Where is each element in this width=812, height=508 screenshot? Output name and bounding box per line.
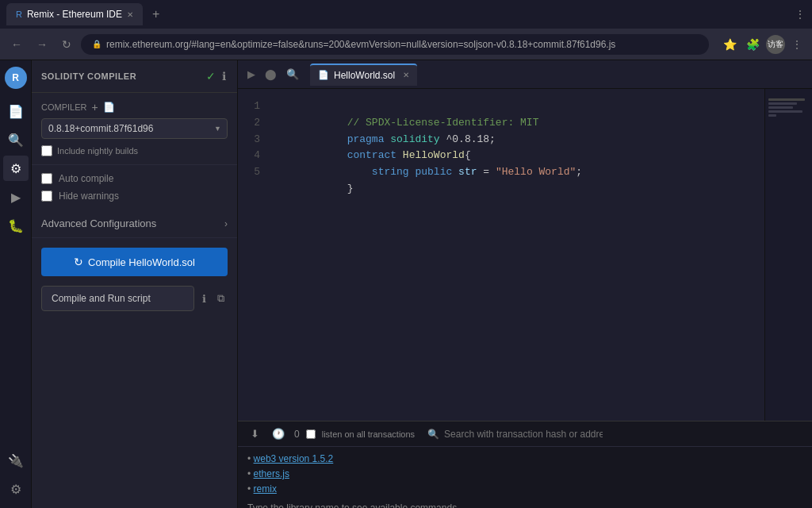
terminal-search: 🔍 [427, 429, 603, 440]
compile-run-script-button[interactable]: Compile and Run script [41, 286, 194, 311]
terminal-search-icon: 🔍 [427, 429, 439, 440]
url-bar[interactable]: 🔒 remix.ethereum.org/#lang=en&optimize=f… [81, 34, 709, 55]
nightly-label: Include nightly builds [57, 146, 138, 156]
back-button[interactable]: ← [6, 35, 27, 54]
code-line-1: // SPDX-License-Identifier: MIT [273, 98, 758, 115]
bookmark-icon[interactable]: ⭐ [720, 35, 740, 54]
profile-button[interactable]: 访客 [766, 35, 785, 54]
new-tab-button[interactable]: + [146, 7, 166, 21]
address-bar: ← → ↻ 🔒 remix.ethereum.org/#lang=en&opti… [0, 29, 812, 60]
run-nav-button[interactable]: ▶ [3, 184, 29, 210]
ethers-link[interactable]: ethers.js [254, 468, 289, 479]
terminal-ethers: • ethers.js [247, 467, 802, 482]
terminal-remix: • remix [247, 482, 802, 497]
main-content: R 📄 🔍 ⚙ ▶ 🐛 🔌 ⚙ SOLIDITY COMPILER ✓ ℹ CO… [0, 60, 812, 508]
zoom-in-button[interactable]: 🔍 [283, 65, 302, 83]
file-tab-helloworld[interactable]: 📄 HelloWorld.sol ✕ [310, 64, 417, 86]
terminal-toolbar: ⬇ 🕐 0 listen on all transactions 🔍 [238, 421, 812, 447]
terminal-content: • web3 version 1.5.2 • ethers.js • remix… [238, 447, 812, 508]
file-tab-close-icon[interactable]: ✕ [403, 71, 409, 79]
version-select[interactable]: 0.8.18+commit.87f61d96 [41, 118, 228, 139]
chevron-right-icon: › [224, 218, 228, 229]
nightly-checkbox[interactable] [41, 145, 52, 156]
file-tab-label: HelloWorld.sol [334, 70, 395, 81]
terminal-search-input[interactable] [444, 429, 603, 440]
url-text: remix.ethereum.org/#lang=en&optimize=fal… [106, 39, 615, 50]
panel-info-icon[interactable]: ℹ [220, 68, 228, 84]
compile-button[interactable]: ↻ Compile HelloWorld.sol [41, 248, 228, 276]
advanced-configurations-section[interactable]: Advanced Configurations › [32, 210, 237, 238]
plugin-nav-button[interactable]: 🔌 [3, 448, 29, 473]
browser-menu-icon[interactable]: ⋮ [788, 35, 806, 54]
hide-warnings-checkbox[interactable] [41, 190, 52, 202]
script-row: Compile and Run script ℹ ⧉ [41, 286, 228, 311]
terminal-count: 0 [294, 429, 300, 440]
extension-icon[interactable]: 🧩 [743, 35, 763, 54]
compiler-version-section: COMPILER + 📄 0.8.18+commit.87f61d96 Incl… [32, 93, 237, 165]
tab-bar: R Remix - Ethereum IDE ✕ + ⋮ [0, 0, 812, 29]
lock-icon: 🔒 [92, 40, 102, 48]
panel-header-icons: ✓ ℹ [205, 68, 228, 84]
advanced-label: Advanced Configurations [41, 217, 224, 229]
forward-button[interactable]: → [32, 35, 52, 54]
checkboxes-section: Auto compile Hide warnings [32, 165, 237, 210]
web3-link[interactable]: web3 version 1.5.2 [254, 453, 334, 464]
script-info-icon[interactable]: ℹ [199, 290, 209, 308]
auto-compile-label: Auto compile [59, 173, 113, 184]
code-content[interactable]: // SPDX-License-Identifier: MIT pragma s… [266, 89, 764, 421]
editor-tabs: ▶ ⬤ 🔍 📄 HelloWorld.sol ✕ [238, 60, 812, 89]
hide-warnings-row: Hide warnings [41, 190, 228, 202]
compile-button-label: Compile HelloWorld.sol [88, 256, 195, 268]
browser-actions: ⭐ 🧩 访客 ⋮ [720, 35, 806, 54]
listen-checkbox[interactable] [306, 429, 316, 439]
terminal-links: • web3 version 1.5.2 [247, 452, 802, 467]
active-tab[interactable]: R Remix - Ethereum IDE ✕ [6, 3, 143, 25]
terminal-hint: Type the library name to see available c… [247, 501, 802, 508]
files-nav-button[interactable]: 📄 [3, 98, 29, 124]
debug-nav-button[interactable]: 🐛 [3, 213, 29, 238]
compiler-panel: SOLIDITY COMPILER ✓ ℹ COMPILER + 📄 0.8.1… [32, 60, 238, 508]
compile-icon: ↻ [74, 256, 83, 268]
stop-tool-button[interactable]: ⬤ [262, 65, 280, 83]
version-select-wrapper: 0.8.18+commit.87f61d96 [41, 118, 228, 139]
compiler-nav-button[interactable]: ⚙ [3, 156, 29, 181]
nightly-builds-row: Include nightly builds [41, 145, 228, 156]
browser-chrome: R Remix - Ethereum IDE ✕ + ⋮ ← → ↻ 🔒 rem… [0, 0, 812, 60]
tab-favicon: R [16, 10, 22, 19]
compiler-file-button[interactable]: 📄 [103, 102, 115, 113]
tab-close-icon[interactable]: ✕ [127, 10, 133, 19]
panel-title: SOLIDITY COMPILER [41, 71, 198, 81]
auto-compile-checkbox[interactable] [41, 173, 52, 184]
terminal: ⬇ 🕐 0 listen on all transactions 🔍 • web… [238, 421, 812, 508]
add-compiler-button[interactable]: + [91, 101, 98, 114]
reload-button[interactable]: ↻ [57, 35, 76, 54]
editor-column: ▶ ⬤ 🔍 📄 HelloWorld.sol ✕ 1 2 3 4 5 [238, 60, 812, 508]
hide-warnings-label: Hide warnings [59, 190, 119, 202]
tab-menu-icon[interactable]: ⋮ [795, 8, 806, 21]
code-editor[interactable]: 1 2 3 4 5 // SPDX-License-Identifier: MI… [238, 89, 812, 421]
auto-compile-row: Auto compile [41, 173, 228, 184]
terminal-clock-button[interactable]: 🕐 [269, 426, 288, 441]
file-icon: 📄 [318, 70, 329, 80]
tab-title: Remix - Ethereum IDE [27, 9, 122, 20]
terminal-clear-button[interactable]: ⬇ [247, 426, 262, 441]
run-tool-button[interactable]: ▶ [244, 65, 259, 83]
section-label-compiler: COMPILER + 📄 [41, 101, 228, 114]
minimap [764, 89, 812, 421]
settings-nav-button[interactable]: ⚙ [3, 476, 29, 502]
listen-label: listen on all transactions [322, 429, 415, 439]
icon-sidebar: R 📄 🔍 ⚙ ▶ 🐛 🔌 ⚙ [0, 60, 32, 508]
panel-header: SOLIDITY COMPILER ✓ ℹ [32, 60, 237, 93]
remix-link[interactable]: remix [254, 483, 277, 495]
remix-logo[interactable]: R [5, 67, 27, 89]
check-icon[interactable]: ✓ [205, 68, 217, 84]
line-numbers: 1 2 3 4 5 [238, 89, 266, 421]
script-copy-icon[interactable]: ⧉ [214, 289, 228, 308]
editor-area: ▶ ⬤ 🔍 📄 HelloWorld.sol ✕ 1 2 3 4 5 [238, 60, 812, 421]
editor-toolbar: ▶ ⬤ 🔍 [244, 65, 302, 83]
search-nav-button[interactable]: 🔍 [3, 127, 29, 152]
